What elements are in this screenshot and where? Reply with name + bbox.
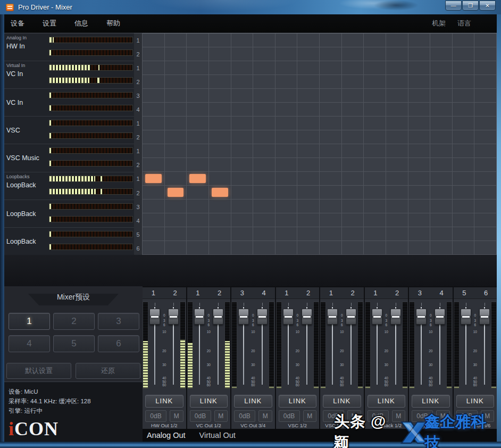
matrix-cell[interactable] — [430, 61, 453, 75]
matrix-cell[interactable] — [165, 47, 187, 61]
gain-button[interactable]: 0dB — [456, 410, 478, 422]
mute-button[interactable]: M — [303, 410, 317, 422]
menu-item[interactable]: 信息 — [74, 19, 88, 28]
matrix-cell[interactable] — [165, 158, 187, 172]
matrix-cell[interactable] — [320, 47, 342, 61]
matrix-cell[interactable] — [231, 34, 254, 47]
matrix-cell[interactable] — [364, 200, 386, 213]
matrix-cell[interactable] — [275, 47, 298, 61]
matrix-cell[interactable] — [474, 89, 497, 103]
matrix-cell[interactable] — [231, 186, 254, 200]
matrix-cell[interactable] — [453, 130, 475, 144]
matrix-cell[interactable] — [275, 103, 298, 117]
matrix-cell[interactable] — [474, 186, 497, 200]
matrix-cell[interactable] — [253, 227, 275, 241]
matrix-cell[interactable] — [253, 186, 275, 200]
matrix-cell[interactable] — [474, 172, 497, 186]
matrix-cell[interactable] — [342, 227, 364, 241]
matrix-cell[interactable] — [386, 47, 408, 61]
matrix-cell[interactable] — [320, 241, 342, 255]
gain-button[interactable]: 0dB — [234, 410, 255, 422]
matrix-cell[interactable] — [187, 47, 209, 61]
menu-item[interactable]: 语言 — [457, 19, 471, 28]
matrix-cell[interactable] — [364, 186, 386, 200]
matrix-cell[interactable] — [342, 172, 364, 186]
matrix-cell[interactable] — [430, 117, 453, 130]
matrix-cell[interactable] — [386, 186, 408, 200]
matrix-cell[interactable] — [320, 144, 342, 158]
matrix-cell[interactable] — [320, 103, 342, 117]
matrix-cell[interactable] — [165, 89, 187, 103]
matrix-cell[interactable] — [453, 103, 475, 117]
matrix-cell[interactable] — [342, 103, 364, 117]
matrix-cell[interactable] — [253, 200, 275, 213]
matrix-cell[interactable] — [364, 61, 386, 75]
matrix-cell[interactable] — [430, 34, 453, 47]
matrix-cell[interactable] — [297, 75, 320, 89]
matrix-cell[interactable] — [209, 213, 231, 227]
tab-virtual-out[interactable]: Virtual Out — [199, 431, 236, 439]
matrix-cell[interactable] — [430, 172, 453, 186]
matrix-cell[interactable] — [453, 47, 475, 61]
matrix-cell[interactable] — [430, 89, 453, 103]
mute-button[interactable]: M — [170, 410, 183, 422]
fader-knob[interactable] — [283, 309, 294, 325]
matrix-cell[interactable] — [342, 61, 364, 75]
matrix-cell[interactable] — [430, 241, 453, 255]
matrix-cell[interactable] — [143, 186, 165, 200]
matrix-cell[interactable] — [408, 89, 431, 103]
matrix-cell[interactable] — [231, 130, 254, 144]
fader-knob[interactable] — [168, 309, 179, 325]
matrix-cell[interactable] — [275, 117, 298, 130]
matrix-cell[interactable] — [408, 47, 431, 61]
mute-button[interactable]: M — [214, 410, 228, 422]
matrix-cell[interactable] — [364, 158, 386, 172]
matrix-cell[interactable] — [275, 186, 298, 200]
matrix-cell[interactable] — [209, 89, 231, 103]
matrix-cell[interactable] — [165, 117, 187, 130]
matrix-cell[interactable] — [386, 172, 408, 186]
matrix-cell[interactable] — [297, 103, 320, 117]
matrix-cell[interactable] — [453, 200, 475, 213]
matrix-cell[interactable] — [253, 144, 275, 158]
matrix-cell[interactable] — [209, 144, 231, 158]
gain-button[interactable]: 0dB — [190, 410, 211, 422]
matrix-cell[interactable] — [453, 227, 475, 241]
matrix-cell[interactable] — [209, 47, 231, 61]
matrix-cell[interactable] — [275, 227, 298, 241]
link-button[interactable]: LINK — [456, 395, 495, 408]
matrix-cell[interactable] — [364, 130, 386, 144]
close-button[interactable]: ✕ — [479, 1, 496, 11]
matrix-cell[interactable] — [253, 47, 275, 61]
menu-item[interactable]: 帮助 — [106, 19, 120, 28]
matrix-cell[interactable] — [320, 172, 342, 186]
matrix-cell[interactable] — [165, 213, 187, 227]
matrix-cell[interactable] — [474, 117, 497, 130]
gain-button[interactable]: 0dB — [279, 410, 300, 422]
fader-knob[interactable] — [194, 309, 205, 325]
matrix-cell[interactable] — [209, 200, 231, 213]
matrix-cell[interactable] — [275, 172, 298, 186]
fader-knob[interactable] — [416, 309, 427, 325]
matrix-cell[interactable] — [275, 213, 298, 227]
matrix-cell[interactable] — [474, 61, 497, 75]
mute-button[interactable]: M — [347, 410, 361, 422]
matrix-cell[interactable] — [253, 75, 275, 89]
matrix-cell[interactable] — [231, 172, 254, 186]
matrix-cell[interactable] — [143, 172, 165, 186]
matrix-cell[interactable] — [253, 61, 275, 75]
matrix-cell[interactable] — [474, 158, 497, 172]
matrix-cell[interactable] — [430, 158, 453, 172]
matrix-cell[interactable] — [143, 158, 165, 172]
matrix-cell[interactable] — [386, 241, 408, 255]
matrix-cell[interactable] — [364, 213, 386, 227]
matrix-cell[interactable] — [253, 213, 275, 227]
matrix-cell[interactable] — [297, 34, 320, 47]
matrix-cell[interactable] — [187, 227, 209, 241]
mute-button[interactable]: M — [258, 410, 272, 422]
matrix-cell[interactable] — [231, 227, 254, 241]
matrix-cell[interactable] — [474, 213, 497, 227]
matrix-cell[interactable] — [231, 103, 254, 117]
matrix-cell[interactable] — [231, 89, 254, 103]
matrix-cell[interactable] — [320, 186, 342, 200]
